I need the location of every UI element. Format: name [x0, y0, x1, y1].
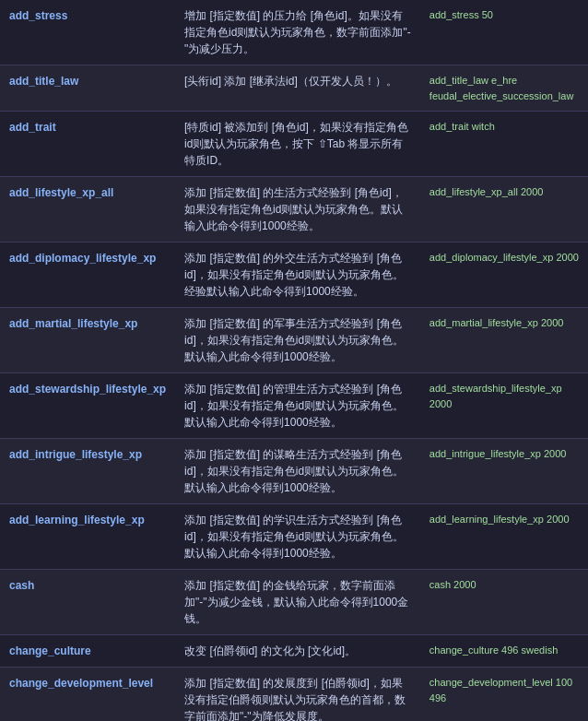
command-example: cash 2000	[420, 570, 588, 635]
command-name: add_lifestyle_xp_all	[0, 177, 175, 242]
command-name: change_culture	[0, 635, 175, 668]
table-row: add_learning_lifestyle_xp 添加 [指定数值] 的学识生…	[0, 504, 588, 570]
command-name: cash	[0, 570, 175, 635]
command-example: add_learning_lifestyle_xp 2000	[420, 504, 588, 570]
table-row: add_diplomacy_lifestyle_xp 添加 [指定数值] 的外交…	[0, 242, 588, 308]
command-example: change_development_level 100 496	[420, 668, 588, 722]
command-name: add_diplomacy_lifestyle_xp	[0, 242, 175, 308]
command-description: 添加 [指定数值] 的谋略生活方式经验到 [角色id]，如果没有指定角色id则默…	[175, 439, 420, 504]
command-example: add_trait witch	[420, 112, 588, 177]
command-example: add_martial_lifestyle_xp 2000	[420, 308, 588, 373]
command-description: 添加 [指定数值] 的管理生活方式经验到 [角色id]，如果没有指定角色id则默…	[175, 373, 420, 439]
command-example: add_lifestyle_xp_all 2000	[420, 177, 588, 242]
table-row: add_intrigue_lifestyle_xp 添加 [指定数值] 的谋略生…	[0, 439, 588, 504]
table-row: add_stress 增加 [指定数值] 的压力给 [角色id]。如果没有指定角…	[0, 0, 588, 65]
command-name: add_trait	[0, 112, 175, 177]
command-name: add_intrigue_lifestyle_xp	[0, 439, 175, 504]
command-description: 添加 [指定数值] 的发展度到 [伯爵领id]，如果没有指定伯爵领则默认为玩家角…	[175, 668, 420, 722]
command-example: add_title_law e_hre feudal_elective_succ…	[420, 65, 588, 112]
commands-table: add_stress 增加 [指定数值] 的压力给 [角色id]。如果没有指定角…	[0, 0, 588, 721]
command-example: add_stewardship_lifestyle_xp 2000	[420, 373, 588, 439]
command-example: add_intrigue_lifestyle_xp 2000	[420, 439, 588, 504]
command-description: 添加 [指定数值] 的金钱给玩家，数字前面添加"-"为减少金钱，默认输入此命令得…	[175, 570, 420, 635]
command-name: add_title_law	[0, 65, 175, 112]
command-example: add_stress 50	[420, 0, 588, 65]
command-example: add_diplomacy_lifestyle_xp 2000	[420, 242, 588, 308]
table-row: add_title_law [头衔id] 添加 [继承法id]（仅开发人员！）。…	[0, 65, 588, 112]
table-row: change_development_level 添加 [指定数值] 的发展度到…	[0, 668, 588, 722]
table-row: change_culture 改变 [伯爵领id] 的文化为 [文化id]。 c…	[0, 635, 588, 668]
command-description: 添加 [指定数值] 的军事生活方式经验到 [角色id]，如果没有指定角色id则默…	[175, 308, 420, 373]
command-name: add_stress	[0, 0, 175, 65]
table-row: add_trait [特质id] 被添加到 [角色id]，如果没有指定角色id则…	[0, 112, 588, 177]
command-description: 添加 [指定数值] 的生活方式经验到 [角色id]，如果没有指定角色id则默认为…	[175, 177, 420, 242]
command-description: 增加 [指定数值] 的压力给 [角色id]。如果没有指定角色id则默认为玩家角色…	[175, 0, 420, 65]
command-example: change_culture 496 swedish	[420, 635, 588, 668]
table-row: add_lifestyle_xp_all 添加 [指定数值] 的生活方式经验到 …	[0, 177, 588, 242]
command-description: [特质id] 被添加到 [角色id]，如果没有指定角色id则默认为玩家角色，按下…	[175, 112, 420, 177]
command-description: 添加 [指定数值] 的学识生活方式经验到 [角色id]，如果没有指定角色id则默…	[175, 504, 420, 570]
command-name: add_learning_lifestyle_xp	[0, 504, 175, 570]
command-name: change_development_level	[0, 668, 175, 722]
command-name: add_martial_lifestyle_xp	[0, 308, 175, 373]
command-description: [头衔id] 添加 [继承法id]（仅开发人员！）。	[175, 65, 420, 112]
command-name: add_stewardship_lifestyle_xp	[0, 373, 175, 439]
table-row: cash 添加 [指定数值] 的金钱给玩家，数字前面添加"-"为减少金钱，默认输…	[0, 570, 588, 635]
table-row: add_stewardship_lifestyle_xp 添加 [指定数值] 的…	[0, 373, 588, 439]
command-description: 添加 [指定数值] 的外交生活方式经验到 [角色id]，如果没有指定角色id则默…	[175, 242, 420, 308]
table-row: add_martial_lifestyle_xp 添加 [指定数值] 的军事生活…	[0, 308, 588, 373]
command-description: 改变 [伯爵领id] 的文化为 [文化id]。	[175, 635, 420, 668]
